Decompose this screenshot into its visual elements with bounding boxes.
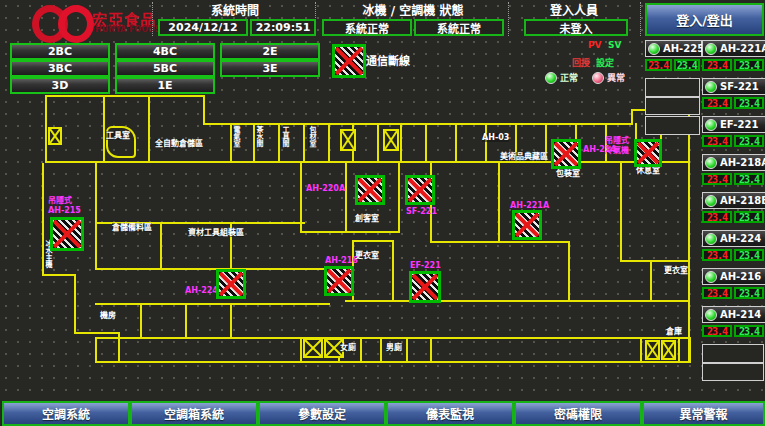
room-label: 更衣室 — [664, 266, 688, 275]
normal-legend: 正常 — [545, 71, 578, 84]
nav-button-4[interactable]: 密碼權限 — [514, 401, 642, 426]
normal-legend-label: 正常 — [560, 71, 578, 84]
plan-wall — [430, 241, 570, 243]
floor-button-1e[interactable]: 1E — [115, 77, 215, 94]
floor-button-2bc[interactable]: 2BC — [10, 43, 110, 60]
shaft-icon — [661, 340, 676, 360]
room-label: 電氣室 — [232, 126, 240, 147]
shaft-icon — [303, 338, 323, 358]
plan-wall — [95, 337, 97, 363]
comm-lost-unit-marker[interactable] — [551, 139, 581, 169]
floor-button-5bc[interactable]: 5BC — [115, 60, 215, 77]
comm-lost-unit-marker[interactable] — [324, 266, 354, 296]
device-sv-value: 23.4 — [674, 59, 701, 71]
abnormal-led-icon — [592, 72, 604, 84]
plan-wall — [392, 240, 394, 302]
floor-button-3e[interactable]: 3E — [220, 60, 320, 77]
nav-button-0[interactable]: 空調系統 — [2, 401, 130, 426]
plan-wall — [377, 123, 379, 163]
plan-wall — [278, 123, 280, 163]
plan-wall — [380, 337, 382, 361]
unit-label: 冷氣機 — [605, 146, 629, 155]
room-label: 茶水間 — [255, 126, 263, 147]
device-temps: 23.423.4 — [702, 59, 764, 71]
device-led-icon — [705, 271, 717, 283]
logo-subtext: HUNYA FOODS — [95, 25, 160, 34]
comm-lost-unit-marker[interactable] — [409, 271, 441, 303]
nav-button-5[interactable]: 異常警報 — [642, 401, 765, 426]
empty-device-slot — [645, 78, 700, 97]
nav-button-3[interactable]: 儀表監視 — [386, 401, 514, 426]
floor-button-4bc[interactable]: 4BC — [115, 43, 215, 60]
device-button-ah-224[interactable]: AH-224 — [702, 230, 765, 247]
room-label: 男廁 — [386, 343, 402, 352]
plan-wall — [430, 337, 432, 361]
room-label: 更衣室 — [355, 251, 379, 260]
plan-wall — [300, 231, 400, 233]
plan-wall — [140, 303, 142, 337]
floor-button-3bc[interactable]: 3BC — [10, 60, 110, 77]
unit-label: AH-216 — [325, 256, 358, 265]
device-button-ef-221[interactable]: EF-221 — [702, 116, 765, 133]
device-temps: 23.423.4 — [645, 59, 700, 71]
room-label: 包裝室 — [556, 169, 580, 178]
device-button-ah-218b[interactable]: AH-218B — [702, 192, 765, 209]
nav-button-2[interactable]: 參數設定 — [258, 401, 386, 426]
unit-label: 吊隱式 — [48, 196, 72, 205]
floor-button-3d[interactable]: 3D — [10, 77, 110, 94]
room-label: 工具室 — [106, 131, 130, 140]
plan-wall — [303, 123, 305, 163]
chiller-status-value: 系統正常 — [322, 19, 412, 36]
nav-button-1[interactable]: 空調箱系統 — [130, 401, 258, 426]
plan-wall — [640, 337, 642, 361]
device-sv-value: 23.4 — [734, 59, 764, 71]
unit-label: AH-220A — [306, 184, 345, 193]
device-sv-value: 23.4 — [734, 97, 764, 109]
system-time-label: 系統時間 — [160, 2, 310, 17]
device-temps: 23.423.4 — [702, 97, 764, 109]
floor-button-2e[interactable]: 2E — [220, 43, 320, 60]
device-name: AH-225 — [663, 43, 704, 54]
plan-wall — [74, 332, 120, 334]
unit-label: AH-215 — [48, 206, 81, 215]
device-button-ah-225[interactable]: AH-225 — [645, 40, 702, 57]
room-label: 創客室 — [355, 214, 379, 223]
device-pv-value: 23.4 — [702, 173, 732, 185]
device-sv-value: 23.4 — [734, 135, 764, 147]
comm-lost-unit-marker[interactable] — [405, 175, 435, 205]
device-sv-value: 23.4 — [734, 211, 764, 223]
device-pv-value: 23.4 — [702, 59, 732, 71]
empty-device-slot — [702, 344, 764, 363]
login-logout-button[interactable]: 登入/登出 — [645, 3, 764, 36]
shaft-icon — [383, 129, 399, 151]
room-label: 包材室 — [308, 126, 316, 147]
comm-lost-unit-marker[interactable] — [355, 175, 385, 205]
plan-wall — [400, 123, 402, 163]
ac-status-value: 系統正常 — [414, 19, 504, 36]
device-button-sf-221[interactable]: SF-221 — [702, 78, 765, 95]
device-led-icon — [705, 157, 717, 169]
header-divider — [152, 2, 153, 36]
comm-lost-unit-marker[interactable] — [216, 269, 246, 299]
device-button-ah-216[interactable]: AH-216 — [702, 268, 765, 285]
device-name: AH-224 — [720, 233, 761, 244]
header-divider — [640, 2, 641, 36]
unit-label: AH-221A — [510, 201, 549, 210]
unit-label: 吊隱式 — [605, 136, 629, 145]
device-sv-value: 23.4 — [734, 325, 764, 337]
device-button-ah-221a[interactable]: AH-221A — [702, 40, 765, 57]
device-button-ah-218a[interactable]: AH-218A — [702, 154, 765, 171]
device-pv-value: 23.4 — [702, 325, 732, 337]
comm-lost-unit-marker[interactable] — [512, 210, 542, 240]
login-user-label: 登入人員 — [512, 2, 636, 17]
room-label: 資材工具組裝區 — [188, 228, 244, 237]
abnormal-legend-label: 異常 — [607, 71, 625, 84]
device-temps: 23.423.4 — [702, 287, 764, 299]
unit-label: EF-221 — [410, 261, 441, 270]
room-label: 倉庫 — [666, 327, 682, 336]
device-led-icon — [705, 43, 717, 55]
comm-lost-unit-marker[interactable] — [50, 217, 84, 251]
sv-label: SV — [608, 40, 621, 50]
device-button-ah-214[interactable]: AH-214 — [702, 306, 765, 323]
comm-lost-unit-marker[interactable] — [634, 139, 662, 167]
